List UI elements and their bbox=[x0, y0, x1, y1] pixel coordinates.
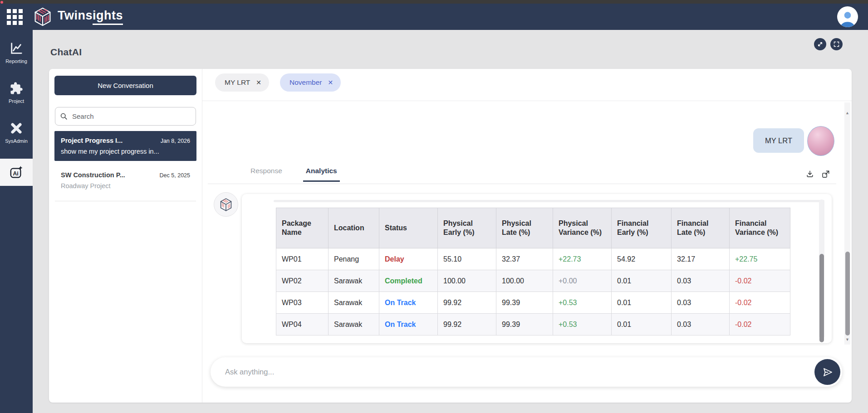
chat-input[interactable] bbox=[224, 367, 814, 377]
table-cell: WP01 bbox=[276, 248, 329, 270]
sidebar-item-project[interactable]: Project bbox=[0, 76, 33, 110]
table-row: WP01PenangDelay55.1032.37+22.7354.9232.1… bbox=[276, 248, 790, 270]
app-launcher-grid-icon[interactable] bbox=[7, 9, 23, 25]
ai-sparkle-icon: Ai bbox=[10, 165, 23, 179]
remove-tag-icon[interactable]: ✕ bbox=[256, 79, 261, 86]
chat-area: MY LRT✕November✕ MY LRT ResponseAnalytic… bbox=[202, 69, 852, 403]
conversation-date: Dec 5, 2025 bbox=[160, 172, 190, 179]
table-cell: Sarawak bbox=[329, 270, 379, 292]
scrollbar-thumb[interactable] bbox=[845, 252, 850, 335]
sidebar-item-reporting[interactable]: Reporting bbox=[0, 36, 33, 70]
sidebar-item-label: Reporting bbox=[5, 58, 27, 64]
table-cell: +22.75 bbox=[730, 248, 790, 270]
puzzle-icon bbox=[10, 82, 23, 95]
table-cell: 100.00 bbox=[496, 270, 553, 292]
card-horizontal-scrollbar[interactable] bbox=[274, 200, 824, 202]
filter-tags-row: MY LRT✕November✕ bbox=[215, 73, 341, 92]
assistant-avatar bbox=[214, 192, 238, 217]
download-button[interactable] bbox=[805, 170, 814, 179]
column-header: Physical Variance (%) bbox=[553, 208, 612, 248]
table-cell: 0.03 bbox=[672, 270, 730, 292]
table-cell: 0.01 bbox=[612, 314, 672, 335]
filter-tag-my-lrt: MY LRT✕ bbox=[215, 73, 269, 92]
search-input[interactable] bbox=[71, 112, 191, 121]
line-chart-icon bbox=[10, 42, 23, 55]
conversation-date: Jan 8, 2026 bbox=[161, 138, 190, 144]
tab-analytics[interactable]: Analytics bbox=[303, 165, 340, 182]
conversation-item[interactable]: SW Construction P...Dec 5, 2025Roadway P… bbox=[54, 165, 196, 195]
table-row: WP02SarawakCompleted100.00100.00+0.000.0… bbox=[276, 270, 790, 292]
table-cell: 0.01 bbox=[612, 292, 672, 314]
table-cell: 54.92 bbox=[612, 248, 672, 270]
filter-tag-label: November bbox=[289, 78, 322, 87]
brand-logo[interactable]: Twinsights bbox=[34, 7, 123, 27]
top-navbar: Twinsights bbox=[0, 4, 868, 30]
fullscreen-icon bbox=[833, 41, 840, 48]
table-cell: 99.39 bbox=[496, 314, 553, 335]
fullscreen-button[interactable] bbox=[830, 38, 843, 50]
sidebar-item-chatai[interactable]: Ai bbox=[0, 159, 33, 186]
user-chat-avatar bbox=[807, 126, 834, 156]
table-cell: Sarawak bbox=[329, 314, 379, 335]
conversation-title: Project Progress I... bbox=[61, 137, 123, 144]
column-header: Status bbox=[379, 208, 438, 248]
conversation-item[interactable]: Project Progress I...Jan 8, 2026show me … bbox=[54, 131, 196, 161]
resize-diagonal-button[interactable] bbox=[814, 38, 826, 50]
remove-tag-icon[interactable]: ✕ bbox=[328, 79, 333, 86]
table-cell: +22.73 bbox=[553, 248, 612, 270]
tools-icon bbox=[10, 121, 23, 135]
table-cell: -0.02 bbox=[730, 292, 790, 314]
conversation-list: Project Progress I...Jan 8, 2026show me … bbox=[49, 131, 202, 201]
new-conversation-button[interactable]: New Conversation bbox=[54, 76, 196, 95]
table-cell: WP02 bbox=[276, 270, 329, 292]
scrollbar-thumb[interactable] bbox=[819, 254, 824, 342]
column-header: Financial Early (%) bbox=[612, 208, 672, 248]
tab-response[interactable]: Response bbox=[248, 165, 285, 182]
open-expand-icon bbox=[821, 170, 830, 179]
brand-accent-dot bbox=[0, 1, 3, 4]
filter-tag-label: MY LRT bbox=[225, 78, 250, 87]
table-cell: 0.03 bbox=[672, 292, 730, 314]
card-vertical-scrollbar[interactable] bbox=[819, 199, 824, 339]
analytics-card: Package NameLocationStatusPhysical Early… bbox=[242, 194, 832, 343]
column-header: Package Name bbox=[276, 208, 329, 248]
panel-window-buttons bbox=[814, 38, 843, 50]
table-cell: +0.00 bbox=[553, 270, 612, 292]
table-cell: +0.53 bbox=[553, 292, 612, 314]
expand-response-button[interactable] bbox=[821, 170, 830, 179]
search-icon bbox=[60, 112, 68, 120]
table-cell: Delay bbox=[379, 248, 438, 270]
table-cell: 99.39 bbox=[496, 292, 553, 314]
table-cell: 100.00 bbox=[438, 270, 496, 292]
conversation-title: SW Construction P... bbox=[61, 171, 125, 179]
user-profile-avatar[interactable] bbox=[837, 6, 858, 27]
cube-logo-icon bbox=[34, 7, 52, 27]
chat-input-bar bbox=[211, 357, 842, 387]
table-cell: 99.92 bbox=[438, 292, 496, 314]
send-button[interactable] bbox=[814, 359, 840, 385]
table-cell: 32.17 bbox=[672, 248, 730, 270]
column-header: Financial Variance (%) bbox=[730, 208, 790, 248]
analytics-table-container: Package NameLocationStatusPhysical Early… bbox=[276, 208, 790, 335]
person-icon bbox=[839, 9, 857, 27]
scroll-up-icon[interactable]: ▲ bbox=[844, 111, 850, 115]
table-cell: -0.02 bbox=[730, 270, 790, 292]
svg-text:Ai: Ai bbox=[13, 170, 19, 177]
conversation-sidebar: New Conversation Project Progress I...Ja… bbox=[49, 69, 202, 403]
analytics-table: Package NameLocationStatusPhysical Early… bbox=[276, 208, 790, 335]
table-cell: +0.53 bbox=[553, 314, 612, 335]
conversation-preview: Roadway Project bbox=[61, 182, 190, 189]
table-cell: WP03 bbox=[276, 292, 329, 314]
window-top-strip bbox=[0, 0, 868, 4]
table-cell: Penang bbox=[329, 248, 379, 270]
chat-scrollbar[interactable]: ▲ ▼ bbox=[844, 102, 850, 345]
table-row: WP03SarawakOn Track99.9299.39+0.530.010.… bbox=[276, 292, 790, 314]
sidebar-item-sysadmin[interactable]: SysAdmin bbox=[0, 116, 33, 150]
tags-divider bbox=[202, 101, 852, 101]
table-cell: Sarawak bbox=[329, 292, 379, 314]
table-cell: 55.10 bbox=[438, 248, 496, 270]
column-header: Location bbox=[329, 208, 379, 248]
table-cell: 0.03 bbox=[672, 314, 730, 335]
scroll-down-icon[interactable]: ▼ bbox=[844, 337, 850, 342]
conversation-preview: show me my project progress in... bbox=[61, 148, 190, 155]
